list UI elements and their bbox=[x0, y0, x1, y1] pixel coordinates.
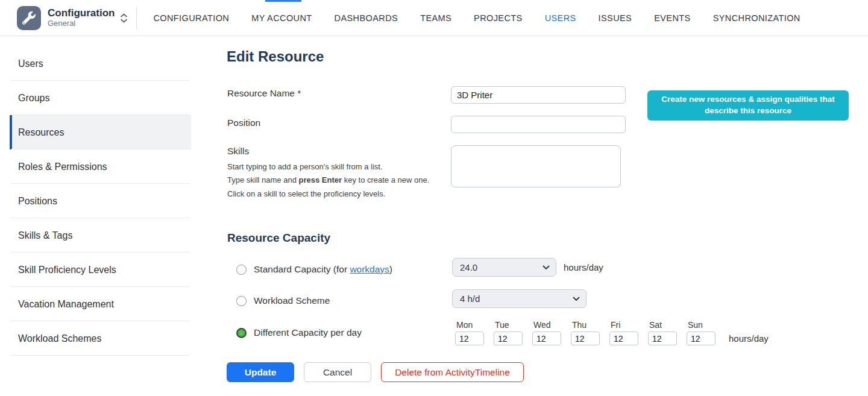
nav-teams[interactable]: TEAMS bbox=[420, 13, 451, 23]
sidebar-item-skill-proficiency-levels[interactable]: Skill Proficiency Levels bbox=[10, 253, 191, 287]
day-column-mon: Mon bbox=[455, 320, 484, 345]
app-window: Configuration General CONFIGURATION MY A… bbox=[0, 0, 868, 396]
skills-label-block: Skills Start typing to add a person's sk… bbox=[227, 146, 444, 201]
brand-subtitle: General bbox=[48, 19, 115, 28]
sidebar-item-resources[interactable]: Resources bbox=[10, 115, 191, 149]
day-column-wed: Wed bbox=[532, 320, 561, 345]
workload-scheme-select-value: 4 h/d bbox=[460, 294, 480, 304]
sidebar-item-workload-schemes[interactable]: Workload Schemes bbox=[10, 321, 191, 356]
per-day-capacity-grid: Mon Tue Wed Thu Fri Sat Sun hours/day bbox=[455, 320, 769, 345]
wrench-icon bbox=[22, 11, 36, 25]
day-input-sat[interactable] bbox=[648, 332, 677, 345]
standard-capacity-radio[interactable] bbox=[236, 265, 247, 275]
nav-dashboards[interactable]: DASHBOARDS bbox=[335, 13, 398, 23]
brand-title: Configuration bbox=[48, 7, 115, 19]
day-input-wed[interactable] bbox=[532, 332, 561, 345]
nav-configuration[interactable]: CONFIGURATION bbox=[153, 13, 229, 23]
standard-capacity-select[interactable]: 24.0 bbox=[452, 258, 556, 277]
sidebar-item-roles-permissions[interactable]: Roles & Permissions bbox=[10, 149, 191, 184]
top-navigation: CONFIGURATION MY ACCOUNT DASHBOARDS TEAM… bbox=[153, 13, 800, 23]
chevron-down-icon bbox=[121, 19, 127, 23]
day-column-sat: Sat bbox=[648, 320, 677, 345]
day-column-tue: Tue bbox=[494, 320, 523, 345]
header-divider bbox=[136, 7, 137, 30]
skills-help-line-1: Start typing to add a person's skill fro… bbox=[227, 160, 444, 174]
standard-capacity-option: Standard Capacity (for workdays) bbox=[236, 264, 392, 275]
brand-text: Configuration General bbox=[48, 7, 115, 28]
day-label-sat: Sat bbox=[648, 320, 677, 330]
nav-issues[interactable]: ISSUES bbox=[599, 13, 632, 23]
nav-projects[interactable]: PROJECTS bbox=[474, 13, 523, 23]
resource-capacity-heading: Resource Capacity bbox=[227, 231, 330, 245]
skills-help-line-3: Click on a skill to select the proficien… bbox=[227, 187, 444, 201]
day-column-sun: Sun bbox=[687, 320, 715, 345]
workspace-switcher[interactable] bbox=[121, 13, 127, 23]
settings-sidebar: Users Groups Resources Roles & Permissio… bbox=[0, 36, 191, 396]
per-day-capacity-radio[interactable] bbox=[236, 328, 247, 338]
app-brand: Configuration General bbox=[0, 6, 127, 30]
day-input-fri[interactable] bbox=[609, 332, 638, 345]
workdays-link[interactable]: workdays bbox=[350, 264, 389, 274]
form-actions: Update Cancel Delete from ActivityTimeli… bbox=[227, 362, 524, 382]
day-label-thu: Thu bbox=[571, 320, 600, 330]
day-label-fri: Fri bbox=[609, 320, 638, 330]
skills-label: Skills bbox=[227, 146, 444, 157]
create-resources-promo-button[interactable]: Create new resources & assign qualities … bbox=[647, 90, 849, 121]
standard-capacity-label: Standard Capacity (for workdays) bbox=[254, 264, 392, 275]
per-day-capacity-unit: hours/day bbox=[729, 333, 769, 345]
skills-help-line-2: Type skill name and press Enter key to c… bbox=[227, 174, 444, 187]
day-column-fri: Fri bbox=[609, 320, 638, 345]
nav-synchronization[interactable]: SYNCHRONIZATION bbox=[713, 13, 800, 23]
standard-capacity-select-value: 24.0 bbox=[460, 262, 477, 272]
skills-input[interactable] bbox=[451, 145, 621, 187]
position-input[interactable] bbox=[451, 116, 626, 133]
select-chevron-icon bbox=[542, 265, 550, 270]
day-label-sun: Sun bbox=[687, 320, 715, 330]
skills-help-text: Start typing to add a person's skill fro… bbox=[227, 160, 444, 201]
resource-name-input[interactable] bbox=[451, 86, 626, 104]
position-label: Position bbox=[227, 118, 260, 128]
top-header: Configuration General CONFIGURATION MY A… bbox=[0, 0, 868, 36]
nav-users[interactable]: USERS bbox=[545, 13, 576, 23]
sidebar-item-vacation-management[interactable]: Vacation Management bbox=[10, 287, 191, 321]
workload-scheme-radio[interactable] bbox=[236, 296, 247, 306]
day-label-tue: Tue bbox=[494, 320, 523, 330]
sidebar-item-skills-tags[interactable]: Skills & Tags bbox=[10, 218, 191, 253]
nav-events[interactable]: EVENTS bbox=[654, 13, 690, 23]
select-chevron-icon bbox=[573, 297, 580, 301]
cancel-button[interactable]: Cancel bbox=[304, 362, 371, 382]
chevron-up-icon bbox=[121, 13, 127, 17]
workload-scheme-label: Workload Scheme bbox=[254, 295, 330, 306]
sidebar-item-users[interactable]: Users bbox=[10, 46, 191, 81]
sidebar-item-groups[interactable]: Groups bbox=[10, 81, 191, 115]
nav-my-account[interactable]: MY ACCOUNT bbox=[251, 13, 312, 23]
day-input-mon[interactable] bbox=[455, 332, 484, 345]
day-label-wed: Wed bbox=[532, 320, 561, 330]
sidebar-list: Users Groups Resources Roles & Permissio… bbox=[10, 36, 191, 356]
day-input-tue[interactable] bbox=[494, 332, 523, 345]
per-day-capacity-label: Different Capacity per day bbox=[254, 327, 362, 338]
workload-scheme-select[interactable]: 4 h/d bbox=[452, 289, 587, 308]
per-day-capacity-option: Different Capacity per day bbox=[236, 327, 362, 338]
resource-name-label: Resource Name * bbox=[227, 88, 301, 99]
page-title: Edit Resource bbox=[227, 48, 324, 65]
workload-scheme-option: Workload Scheme bbox=[236, 295, 330, 306]
day-column-thu: Thu bbox=[571, 320, 600, 345]
standard-capacity-unit: hours/day bbox=[564, 262, 603, 272]
update-button[interactable]: Update bbox=[227, 362, 294, 382]
delete-button[interactable]: Delete from ActivityTimeline bbox=[381, 362, 524, 382]
day-label-mon: Mon bbox=[455, 320, 484, 330]
sidebar-item-positions[interactable]: Positions bbox=[10, 184, 191, 218]
page-load-progress-bar bbox=[265, 0, 301, 2]
day-input-sun[interactable] bbox=[687, 332, 715, 345]
day-input-thu[interactable] bbox=[571, 332, 600, 345]
app-logo bbox=[17, 6, 41, 30]
